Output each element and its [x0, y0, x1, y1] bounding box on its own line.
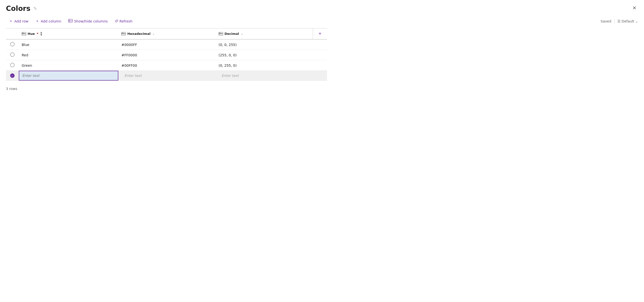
add-row-label: Add row [14, 19, 28, 23]
hex-col-icon: Abc [121, 32, 126, 36]
decimal-column-header[interactable]: Abc Decimal ⌄ [216, 29, 313, 40]
hue-cell: Red [19, 50, 118, 60]
hex-cell: #00FF00 [118, 60, 216, 71]
table-row: Blue#0000FF(0, 0, 255) [6, 39, 327, 50]
sort-desc-icon[interactable]: ▼ [40, 34, 42, 36]
add-column-header[interactable]: + [313, 29, 327, 40]
dec-col-label: Decimal [224, 32, 239, 36]
row-selector[interactable] [6, 39, 19, 50]
row-selector[interactable] [6, 50, 19, 60]
default-view-button[interactable]: ☰ Default ⌄ [618, 19, 638, 23]
page-header: Colors ✎ [0, 0, 644, 15]
hue-input[interactable] [19, 71, 118, 81]
saved-label: Saved [600, 19, 611, 23]
hue-col-icon: Abc [22, 32, 26, 36]
show-hide-button[interactable]: Show/hide columns [65, 17, 111, 25]
new-row-hue-cell[interactable] [19, 71, 118, 81]
table-footer: 3 rows [0, 81, 644, 91]
new-row-extra-cell [313, 71, 327, 81]
hex-dropdown-icon[interactable]: ⌄ [152, 32, 154, 35]
new-row: ✓Enter textEnter text [6, 71, 327, 81]
rows-count: 3 rows [6, 87, 17, 91]
toolbar-right: Saved ☰ Default ⌄ [600, 19, 638, 24]
data-table: Abc Hue * ▲ ▼ Abc Hexadecimal ⌄ [6, 28, 327, 81]
required-asterisk: * [37, 32, 38, 36]
dec-dropdown-icon[interactable]: ⌄ [241, 32, 243, 35]
add-row-button[interactable]: ＋ Add row [6, 17, 31, 25]
row-radio[interactable] [10, 63, 14, 67]
add-column-button[interactable]: ＋ Add column [32, 17, 64, 25]
hue-cell: Green [19, 60, 118, 71]
plus-icon: ＋ [9, 19, 13, 24]
new-row-radio[interactable]: ✓ [10, 73, 14, 78]
toolbar-divider [614, 19, 614, 24]
refresh-button[interactable]: ↺ Refresh [112, 17, 135, 25]
sort-asc-icon[interactable]: ▲ [40, 31, 42, 34]
extra-col-cell [313, 39, 327, 50]
chevron-down-icon: ⌄ [635, 19, 638, 23]
add-column-label: Add column [41, 19, 61, 23]
extra-col-cell [313, 50, 327, 60]
checkbox-header [6, 29, 19, 40]
edit-icon[interactable]: ✎ [33, 6, 37, 11]
hue-cell: Blue [19, 39, 118, 50]
row-radio[interactable] [10, 42, 14, 47]
new-row-dec-cell[interactable]: Enter text [216, 71, 313, 81]
svg-rect-0 [68, 19, 73, 23]
refresh-icon: ↺ [114, 19, 118, 24]
show-hide-icon [68, 19, 73, 24]
hex-cell: #0000FF [118, 39, 216, 50]
dec-cell: (255, 0, 0) [216, 50, 313, 60]
dec-col-icon: Abc [218, 32, 223, 36]
dec-placeholder: Enter text [218, 71, 242, 80]
extra-col-cell [313, 60, 327, 71]
close-button[interactable]: ✕ [632, 5, 636, 11]
hexadecimal-column-header[interactable]: Abc Hexadecimal ⌄ [118, 29, 216, 40]
table-header-row: Abc Hue * ▲ ▼ Abc Hexadecimal ⌄ [6, 29, 327, 40]
row-radio[interactable] [10, 52, 14, 57]
show-hide-label: Show/hide columns [74, 19, 108, 23]
toolbar: ＋ Add row ＋ Add column Show/hide columns… [0, 15, 644, 28]
add-column-button-header[interactable]: + [318, 31, 322, 37]
hex-placeholder: Enter text [121, 71, 144, 80]
hue-column-header[interactable]: Abc Hue * ▲ ▼ [19, 29, 118, 40]
row-selector[interactable] [6, 60, 19, 71]
new-row-selector[interactable]: ✓ [6, 71, 19, 81]
page-title: Colors [6, 5, 30, 13]
hex-col-label: Hexadecimal [127, 32, 150, 36]
table-container: Abc Hue * ▲ ▼ Abc Hexadecimal ⌄ [0, 28, 644, 81]
plus-icon-2: ＋ [35, 19, 39, 24]
default-label: Default [622, 19, 634, 23]
refresh-label: Refresh [120, 19, 133, 23]
hue-sort-buttons[interactable]: ▲ ▼ [40, 31, 42, 36]
table-row: Red#FF0000(255, 0, 0) [6, 50, 327, 60]
list-icon: ☰ [618, 19, 621, 23]
new-row-hex-cell[interactable]: Enter text [118, 71, 216, 81]
hue-col-label: Hue [28, 32, 35, 36]
dec-cell: (0, 0, 255) [216, 39, 313, 50]
hex-cell: #FF0000 [118, 50, 216, 60]
table-row: Green#00FF00(0, 255, 0) [6, 60, 327, 71]
dec-cell: (0, 255, 0) [216, 60, 313, 71]
